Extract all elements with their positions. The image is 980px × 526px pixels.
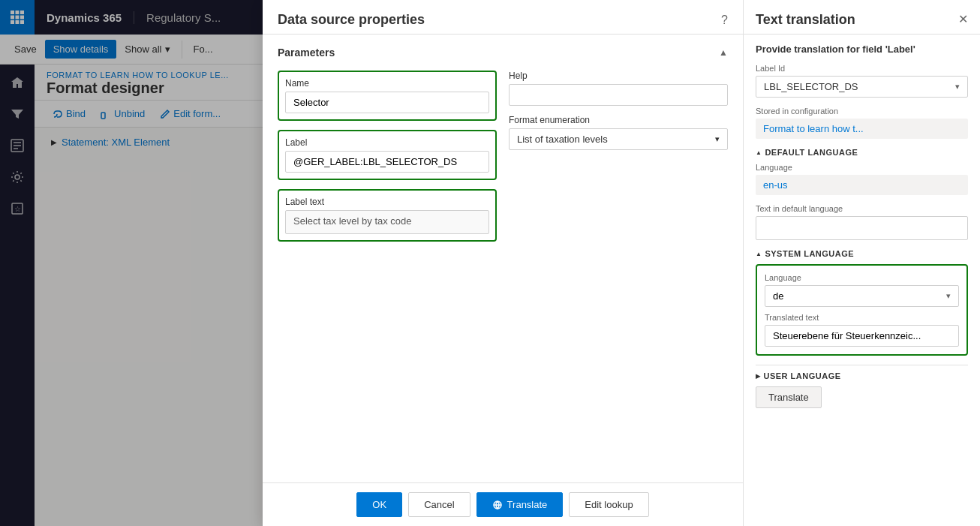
name-input[interactable] [285,92,489,113]
sys-language-arrow-icon: ▾ [946,291,951,301]
data-source-dialog: Data source properties ? Parameters ▲ Na… [263,65,743,526]
text-default-lang-group: Text in default language [756,204,968,240]
label-id-group: Label Id LBL_SELECTOR_DS ▾ [756,65,968,98]
main-area: ☆ FORMAT TO LEARN HOW TO LOOKUP LE... Fo… [0,65,980,526]
format-enum-value: List of taxation levels [517,134,712,145]
sys-language-label: Language [765,273,959,282]
stored-config-value: Format to learn how t... [756,119,968,139]
name-label: Name [285,78,489,89]
label-text-field-group: Label text Select tax level by tax code [278,189,497,242]
help-field-group: Help [509,71,728,106]
help-input[interactable] [509,84,728,106]
label-text-value: Select tax level by tax code [285,210,489,234]
format-enum-group: Format enumeration List of taxation leve… [509,115,728,150]
label-id-arrow-icon: ▾ [955,82,960,92]
stored-config-label: Stored in configuration [756,107,968,116]
edit-lookup-button[interactable]: Edit lookup [569,492,648,517]
right-panel-body: Provide translation for field 'Label' La… [744,65,980,526]
stored-config-group: Stored in configuration Format to learn … [756,107,968,139]
user-lang-section: USER LANGUAGE Translate [756,365,968,408]
user-translate-button[interactable]: Translate [756,386,822,408]
name-field-group: Name [278,71,497,121]
system-lang-heading: SYSTEM LANGUAGE [756,249,968,258]
user-lang-heading: USER LANGUAGE [756,371,968,380]
overlay-backdrop: Data source properties ? Parameters ▲ Na… [0,65,980,526]
label-id-value: LBL_SELECTOR_DS [764,81,952,92]
translated-text-label: Translated text [765,313,959,322]
cancel-button[interactable]: Cancel [408,492,470,517]
sys-language-dropdown[interactable]: de ▾ [765,285,959,307]
label-field-group: Label [278,130,497,180]
label-label: Label [285,137,489,148]
translate-button[interactable]: Translate [476,492,564,517]
params-section: Parameters ▲ Name Label [263,65,743,482]
format-enum-label: Format enumeration [509,115,728,125]
dialog-footer: OK Cancel Translate Edit lookup [263,482,743,526]
params-grid: Name Label Label text Select tax level b… [278,71,728,242]
label-text-label: Label text [285,197,489,207]
label-id-dropdown[interactable]: LBL_SELECTOR_DS ▾ [756,76,968,98]
text-default-lang-input[interactable] [756,216,968,240]
translated-text-input[interactable] [765,325,959,347]
sys-language-value: de [773,290,946,302]
default-language-label: Language [756,163,968,172]
default-lang-heading: DEFAULT LANGUAGE [756,148,968,157]
format-enum-dropdown[interactable]: List of taxation levels ▾ [509,128,728,150]
format-enum-arrow-icon: ▾ [715,134,720,144]
text-default-lang-label: Text in default language [756,204,968,213]
help-label: Help [509,71,728,81]
label-input[interactable] [285,151,489,173]
ok-button[interactable]: OK [356,492,402,517]
label-id-label: Label Id [756,65,968,73]
text-translation-panel: Text translation ✕ Provide translation f… [743,65,980,526]
default-language-group: Language en-us [756,163,968,195]
system-language-highlighted-group: Language de ▾ Translated text [756,264,968,356]
default-language-value: en-us [756,175,968,195]
